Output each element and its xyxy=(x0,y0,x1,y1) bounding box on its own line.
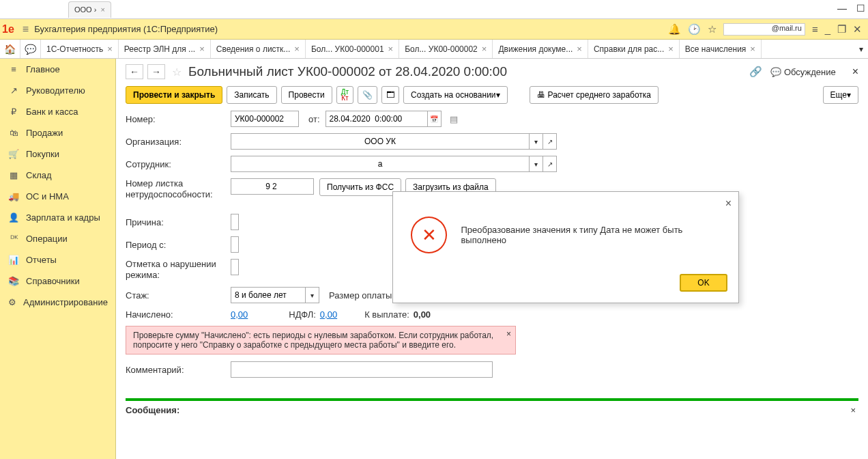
bell-icon[interactable]: 🔔 xyxy=(668,23,681,36)
sidebar-label: Зарплата и кадры xyxy=(26,212,100,223)
save-button[interactable]: Записать xyxy=(227,86,276,104)
nav-tab[interactable]: Справки для рас...× xyxy=(588,40,680,58)
close-window-icon[interactable]: ✕ xyxy=(853,23,862,36)
close-tab-icon[interactable]: × xyxy=(577,44,582,54)
main-menu-icon[interactable]: ≡ xyxy=(23,23,29,36)
menu-icon[interactable]: ≡ xyxy=(812,23,818,35)
star-icon[interactable]: ☆ xyxy=(708,23,717,36)
stazh-input[interactable] xyxy=(231,287,306,303)
close-page-icon[interactable]: × xyxy=(852,66,858,78)
sidebar-icon: ↗ xyxy=(8,85,19,96)
structure-icon[interactable]: 🗔 xyxy=(381,86,399,104)
date-input[interactable] xyxy=(326,111,428,127)
close-tab-icon[interactable]: × xyxy=(482,44,487,54)
dropdown-icon[interactable]: ▾ xyxy=(530,133,543,150)
comment-input[interactable] xyxy=(231,361,493,378)
close-icon[interactable]: × xyxy=(100,5,104,14)
nav-forward-button[interactable]: → xyxy=(147,64,165,79)
nav-back-button[interactable]: ← xyxy=(126,64,143,79)
close-dialog-icon[interactable]: × xyxy=(725,197,732,210)
sidebar-item[interactable]: ▦Склад xyxy=(0,165,115,186)
post-button[interactable]: Провести xyxy=(281,86,332,104)
email-field[interactable]: @mail.ru xyxy=(723,23,805,36)
favorite-star-icon[interactable]: ☆ xyxy=(172,66,182,79)
link-icon[interactable]: 🔗 xyxy=(749,66,762,78)
more-button[interactable]: Еще ▾ xyxy=(823,86,858,104)
close-tab-icon[interactable]: × xyxy=(107,44,113,54)
ok-button[interactable]: OK xyxy=(680,274,727,292)
sidebar-item[interactable]: ⚙Администрирование xyxy=(0,292,115,313)
nav-tab[interactable]: Реестр ЭЛН для ...× xyxy=(119,40,211,58)
sidebar-item[interactable]: 📚Справочники xyxy=(0,270,115,292)
sidebar-item[interactable]: ≡Главное xyxy=(0,59,115,80)
chat-icon[interactable]: 💬 xyxy=(20,40,41,58)
dropdown-icon[interactable]: ▾ xyxy=(306,287,319,303)
org-input[interactable] xyxy=(231,133,530,150)
nav-tab[interactable]: Сведения о листк...× xyxy=(211,40,306,58)
close-tab-icon[interactable]: × xyxy=(668,44,674,54)
attach-icon[interactable]: 📎 xyxy=(358,86,377,104)
title-row: ← → ☆ Больничный лист УК00-000002 от 28.… xyxy=(126,64,858,79)
home-icon[interactable]: 🏠 xyxy=(0,40,20,58)
browser-tab[interactable]: ООО › × xyxy=(68,1,111,18)
sidebar-label: Главное xyxy=(26,64,60,74)
sidebar-item[interactable]: ₽Банк и касса xyxy=(0,101,115,122)
close-warning-icon[interactable]: × xyxy=(506,329,511,339)
sidebar-item[interactable]: 🛒Покупки xyxy=(0,143,115,165)
sidebar-item[interactable]: ↗Руководителю xyxy=(0,80,115,101)
sheet-no-input[interactable] xyxy=(231,178,314,195)
sidebar-icon: ₽ xyxy=(8,107,19,117)
sidebar-item[interactable]: ᴰᴷОперации xyxy=(0,228,115,249)
doc-status-icon[interactable]: ▤ xyxy=(450,114,458,124)
nav-tab[interactable]: Бол... УК00-000002× xyxy=(399,40,493,58)
discuss-button[interactable]: 💬 Обсуждение xyxy=(770,67,836,77)
history-icon[interactable]: 🕑 xyxy=(688,23,701,36)
comment-label: Комментарий: xyxy=(126,365,231,375)
number-input[interactable] xyxy=(231,111,299,127)
calendar-icon[interactable]: 📅 xyxy=(428,111,442,127)
minimize-icon[interactable]: — xyxy=(837,3,847,14)
close-tab-icon[interactable]: × xyxy=(750,44,755,54)
sidebar-item[interactable]: 📊Отчеты xyxy=(0,249,115,270)
nav-tab[interactable]: Бол... УК00-000001× xyxy=(306,40,399,58)
close-tab-icon[interactable]: × xyxy=(294,44,300,54)
nav-tab[interactable]: Движения докуме...× xyxy=(493,40,588,58)
minimize-window-icon[interactable]: _ xyxy=(825,23,830,35)
maximize-icon[interactable]: ☐ xyxy=(856,3,865,14)
dt-kt-button[interactable]: ДтКт xyxy=(336,86,353,104)
calc-salary-button[interactable]: 🖶 Расчет среднего заработка xyxy=(530,86,659,104)
sidebar-item[interactable]: 🚚ОС и НМА xyxy=(0,186,115,207)
tab-label: Все начисления xyxy=(685,44,747,54)
accrued-link[interactable]: 0,00 xyxy=(231,309,248,320)
dropdown-icon[interactable]: ▾ xyxy=(530,156,543,172)
post-and-close-button[interactable]: Провести и закрыть xyxy=(126,86,222,104)
nav-tab[interactable]: Все начисления× xyxy=(680,40,762,58)
close-tab-icon[interactable]: × xyxy=(388,44,394,54)
sidebar-icon: ≡ xyxy=(8,64,19,74)
tabs-more-icon[interactable]: ▾ xyxy=(854,40,868,58)
period-input[interactable] xyxy=(231,236,239,253)
open-icon[interactable]: ↗ xyxy=(543,156,557,172)
tab-label: Справки для рас... xyxy=(594,44,664,54)
tab-label: Бол... УК00-000002 xyxy=(405,44,478,54)
emp-input[interactable] xyxy=(231,156,530,172)
get-fss-button[interactable]: Получить из ФСС xyxy=(319,178,401,196)
restore-window-icon[interactable]: ❐ xyxy=(837,23,846,36)
sidebar-label: Склад xyxy=(26,170,52,180)
open-icon[interactable]: ↗ xyxy=(543,133,557,150)
reason-input[interactable] xyxy=(231,214,239,230)
discuss-label: Обсуждение xyxy=(784,67,836,77)
create-based-button[interactable]: Создать на основании ▾ xyxy=(403,86,508,104)
sidebar-icon: 👤 xyxy=(8,212,19,223)
reason-label: Причина: xyxy=(126,217,231,227)
violation-input[interactable] xyxy=(231,259,239,275)
tab-label: Реестр ЭЛН для ... xyxy=(124,44,195,54)
sidebar-label: Руководителю xyxy=(26,85,85,96)
sidebar-item[interactable]: 🛍Продажи xyxy=(0,122,115,143)
close-tab-icon[interactable]: × xyxy=(199,44,205,54)
sidebar-item[interactable]: 👤Зарплата и кадры xyxy=(0,207,115,228)
close-messages-icon[interactable]: × xyxy=(850,405,856,415)
nav-tab[interactable]: 1С-Отчетность× xyxy=(41,40,119,58)
ndfl-link[interactable]: 0,00 xyxy=(320,309,337,320)
sidebar-label: Справочники xyxy=(26,276,80,286)
